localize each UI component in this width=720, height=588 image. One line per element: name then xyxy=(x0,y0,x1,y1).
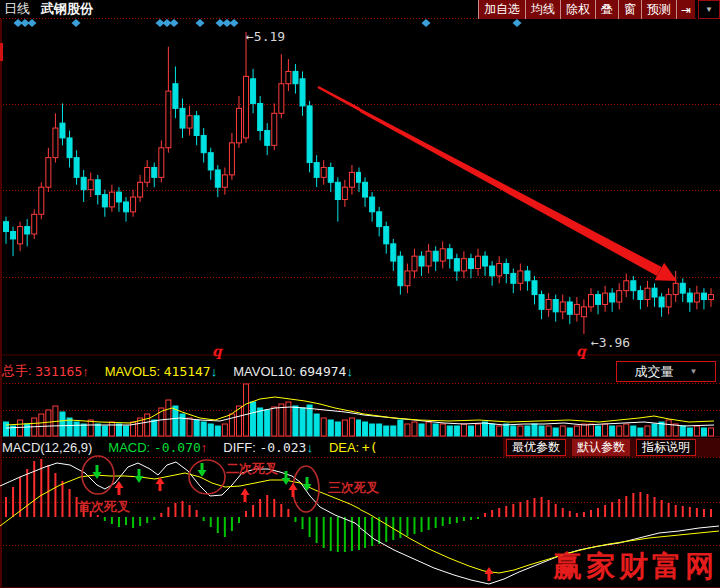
first-death-cross-label: 首次死叉 xyxy=(78,498,130,516)
dropdown-icon: ▼ xyxy=(690,367,698,376)
second-death-cross-label: 二次死叉 xyxy=(226,460,278,478)
third-death-cross-label: 三次死叉 xyxy=(328,479,379,497)
dropdown-icon: ▼ xyxy=(705,5,713,14)
down-arrow-icon: ↓ xyxy=(346,364,353,379)
site-watermark: 赢家财富网 xyxy=(553,547,718,587)
selector-label: 成交量 xyxy=(635,363,674,381)
moving-average-button[interactable]: 均线 xyxy=(525,0,560,19)
candlestick-series xyxy=(4,32,714,334)
stock-name: 武钢股份 xyxy=(41,0,93,18)
grid-lines xyxy=(0,19,720,546)
ex-rights-button[interactable]: 除权 xyxy=(560,0,595,19)
indicator-help-button[interactable]: 指标说明 xyxy=(636,439,696,456)
chart-title: 日线 武钢股份 xyxy=(4,1,93,17)
macd-value: -0.070 xyxy=(154,440,201,455)
diff-value: -0.023 xyxy=(259,440,306,455)
dea-value: +( xyxy=(362,440,378,455)
header-dropdown-button[interactable]: ▼ xyxy=(698,0,720,19)
mavol10-label: MAVOL10: xyxy=(233,364,296,379)
window-button[interactable]: 窗 xyxy=(618,0,641,19)
down-arrow-icon: ↓ xyxy=(211,364,218,379)
low-price-annotation: ←3.96 xyxy=(591,335,630,350)
up-arrow-icon: ↑ xyxy=(82,364,89,379)
left-arrow-icon: ← xyxy=(246,29,254,44)
total-lots-value: 331165 xyxy=(35,364,82,379)
left-arrow-icon: ← xyxy=(591,335,599,350)
ex-rights-marker: q xyxy=(212,343,222,359)
volume-bars xyxy=(4,384,714,436)
mavol5-value: 415147 xyxy=(164,364,211,379)
dea-label: DEA: xyxy=(329,440,359,455)
period-label: 日线 xyxy=(4,0,30,18)
ex-rights-marker: q xyxy=(576,343,586,359)
optimal-params-button[interactable]: 最优参数 xyxy=(506,439,566,456)
diamond-markers xyxy=(14,19,522,27)
volume-readout-row: 总手: 331165 ↑ MAVOL5: 415147 ↓ MAVOL10: 6… xyxy=(2,362,353,380)
macd-indicator-label: MACD(12,26,9) xyxy=(2,440,92,455)
macd-readout-row: MACD(12,26,9) MACD: -0.070 ↑ DIFF: -0.02… xyxy=(2,440,378,455)
header-toolbar: 加自选 均线 除权 叠 窗 预测 ⇥ ▼ xyxy=(478,0,720,19)
add-watchlist-button[interactable]: 加自选 xyxy=(478,0,525,19)
trading-app-window: 日线 武钢股份 加自选 均线 除权 叠 窗 预测 ⇥ ▼ ←5.19 ←3.96… xyxy=(0,0,720,588)
total-lots-label: 总手: xyxy=(2,362,32,380)
down-arrow-icon: ↓ xyxy=(306,440,313,455)
overlay-button[interactable]: 叠 xyxy=(595,0,618,19)
diff-label: DIFF: xyxy=(223,440,256,455)
mavol10-value: 694974 xyxy=(299,364,346,379)
macd-label: MACD: xyxy=(108,440,150,455)
macd-button-strip: 最优参数 默认参数 指标说明 xyxy=(503,438,720,457)
mavol5-label: MAVOL5: xyxy=(105,364,160,379)
default-params-button[interactable]: 默认参数 xyxy=(572,439,630,456)
jump-arrow-icon[interactable]: ⇥ xyxy=(676,0,695,19)
high-price-annotation: ←5.19 xyxy=(246,29,285,44)
downtrend-arrow xyxy=(317,86,661,276)
forecast-button[interactable]: 预测 xyxy=(641,0,676,19)
up-arrow-icon: ↑ xyxy=(201,440,208,455)
volume-indicator-selector[interactable]: 成交量 ▼ xyxy=(616,361,716,382)
